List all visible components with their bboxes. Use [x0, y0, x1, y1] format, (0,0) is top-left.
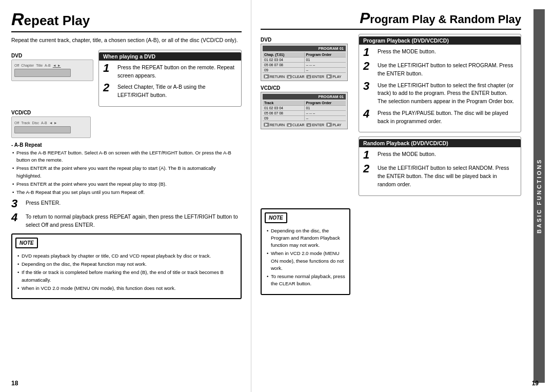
- vcd-footer-return: ▶RETURN: [264, 123, 285, 127]
- clear-btn-icon: ■: [287, 75, 292, 79]
- random-box-title: Random Playback (DVD/VCD/CD): [359, 139, 521, 147]
- footer-return: ▶RETURN: [264, 74, 285, 79]
- left-subtitle: Repeat the current track, chapter, title…: [11, 36, 242, 45]
- vcd-return-btn-icon: ▶: [264, 123, 269, 127]
- prog-step-3-text: Use the LEFT/RIGHT button to select the …: [378, 82, 517, 106]
- vcd-row2-col1: 05 06 07 08: [263, 111, 305, 115]
- vcd-row3-col2: --: [305, 116, 346, 121]
- right-note-area: NOTE Depending on the disc, the Program …: [261, 204, 521, 298]
- ab-repeat-label: - A-B Repeat: [11, 142, 242, 148]
- left-note-3: If the title or track is completed befor…: [17, 269, 236, 284]
- left-note-title: NOTE: [15, 238, 38, 248]
- rand-step-1: 1 Press the MODE button.: [363, 150, 517, 161]
- left-note-4: When in VCD 2.0 mode (MENU ON mode), thi…: [17, 285, 236, 292]
- right-title: Program Play & Random Play: [261, 9, 521, 30]
- left-page: Repeat Play Repeat the current track, ch…: [0, 0, 251, 392]
- left-note-1: DVD repeats playback by chapter or title…: [17, 252, 236, 260]
- prog-step-3-num: 3: [363, 81, 374, 92]
- program-steps-col: Program Playback (DVD/VCD/CD) 1 Press th…: [359, 34, 521, 200]
- vcd-enter-label: ENTER: [312, 123, 324, 127]
- step-4-text: To return to normal playback press REPEA…: [26, 213, 242, 229]
- enter-btn-icon: ●: [306, 75, 311, 79]
- step-3: 3 Press ENTER.: [11, 199, 242, 209]
- vcd-footer-enter: ●ENTER: [306, 123, 324, 127]
- prog-step-2-text: Use the LEFT/RIGHT button to select PROG…: [378, 62, 517, 78]
- random-box: Random Playback (DVD/VCD/CD) 1 Press the…: [359, 136, 521, 195]
- left-dvd-label: DVD: [11, 53, 93, 58]
- footer-enter: ●ENTER: [306, 74, 324, 79]
- vcd-clear-btn-icon: ■: [287, 123, 292, 127]
- dvd-col2-header: Program Order: [305, 52, 346, 57]
- ab-bullet-list: Press the A-B REPEAT button. Select A-B …: [11, 149, 242, 197]
- left-vcd-screen-text: OffTrackDiscA-B ◄ ►: [14, 121, 71, 133]
- rand-step-2: 2 Use the LEFT/RIGHT button to select RA…: [363, 164, 517, 188]
- title-rest-right: rogram Play & Random Play: [370, 13, 521, 26]
- vcd-footer-clear: ■CLEAR: [287, 123, 304, 127]
- footer-clear: ■CLEAR: [287, 74, 304, 79]
- rand-step-2-text: Use the LEFT/RIGHT button to select RAND…: [378, 164, 517, 188]
- when-dvd-box: When playing a DVD 1 Press the REPEAT bu…: [98, 50, 242, 107]
- step-2-text: Select Chapter, Title or A-B using the L…: [117, 83, 237, 100]
- dvd-prog-header: PROGRAM 01: [263, 46, 346, 51]
- rand-step-1-text: Press the MODE button.: [378, 150, 517, 159]
- ab-bullet-4: The A-B Repeat that you set plays until …: [12, 189, 242, 196]
- right-note-2: When in VCD 2.0 mode (MENU ON mode), the…: [267, 250, 345, 272]
- right-dvd-label: DVD: [261, 37, 350, 43]
- left-note-box: NOTE DVD repeats playback by chapter or …: [11, 233, 242, 299]
- left-page-num: 18: [11, 380, 18, 387]
- right-note-right-spacer: [359, 204, 521, 298]
- prog-step-4-num: 4: [363, 108, 374, 120]
- vcd-row2-col2: -- -- --: [305, 111, 346, 115]
- right-note-spacer: NOTE Depending on the disc, the Program …: [261, 204, 350, 298]
- dvd-prog-screen: PROGRAM 01 Chap. (T.01) Program Order 01…: [261, 44, 348, 81]
- vcd-row3-col1: 09: [263, 116, 305, 121]
- dvd-prog-col-headers: Chap. (T.01) Program Order: [263, 52, 346, 57]
- program-screens-col: DVD PROGRAM 01 Chap. (T.01) Program Orde…: [261, 34, 350, 200]
- dvd-prog-row1: 01 02 03 04 01: [263, 57, 346, 63]
- right-page-num: 19: [532, 380, 539, 387]
- dvd-row2-col1: 05 06 07 08: [263, 63, 305, 67]
- left-vcd-screen: OffTrackDiscA-B ◄ ►: [11, 116, 91, 138]
- prog-step-3: 3 Use the LEFT/RIGHT button to select th…: [363, 82, 517, 106]
- vcd-prog-col-headers: Track Program Order: [263, 101, 346, 106]
- prog-step-2-num: 2: [363, 61, 374, 72]
- step-2-num: 2: [103, 82, 114, 93]
- left-note-list: DVD repeats playback by chapter or title…: [16, 252, 236, 292]
- return-btn-icon: ▶: [264, 74, 269, 79]
- vcd-prog-screen: PROGRAM 01 Track Program Order 01 02 03 …: [261, 92, 348, 129]
- program-box-title: Program Playback (DVD/VCD/CD): [359, 36, 521, 45]
- dvd-prog-footer: ▶RETURN ■CLEAR ●ENTER ▶PLAY: [263, 74, 346, 79]
- prog-step-2: 2 Use the LEFT/RIGHT button to select PR…: [363, 62, 517, 78]
- vcd-clear-label: CLEAR: [292, 123, 304, 127]
- play-label: PLAY: [332, 75, 341, 79]
- prog-step-1-num: 1: [363, 47, 374, 58]
- left-vcd-label: VCD/CD: [11, 110, 242, 115]
- basic-functions-tab: BASIC FUNCTIONS: [533, 9, 545, 383]
- dvd-row2-col2: -- -- --: [305, 63, 346, 67]
- prog-step-1-text: Press the MODE button.: [378, 48, 517, 56]
- vcd-row1-col1: 01 02 03 04: [263, 106, 305, 110]
- vcd-col1-header: Track: [263, 101, 305, 105]
- ab-bullet-1: Press the A-B REPEAT button. Select A-B …: [12, 149, 242, 164]
- right-note-list: Depending on the disc, the Program and R…: [266, 227, 345, 288]
- rand-step-2-num: 2: [363, 163, 374, 174]
- vcd-prog-header: PROGRAM 01: [263, 94, 346, 100]
- right-note-3: To resume normal playback, press the CLE…: [267, 273, 345, 288]
- right-note-title: NOTE: [265, 212, 287, 223]
- vcd-prog-row2: 05 06 07 08 -- -- --: [263, 111, 346, 116]
- right-vcd-label: VCD/CD: [261, 85, 350, 91]
- when-dvd-title: When playing a DVD: [99, 52, 241, 61]
- step-3-text: Press ENTER.: [26, 199, 242, 207]
- left-note-2: Depending on the disc, the Repeat functi…: [17, 261, 236, 268]
- return-label: RETURN: [270, 75, 285, 79]
- play-btn-icon: ▶: [326, 74, 332, 79]
- left-title: Repeat Play: [11, 9, 242, 32]
- dvd-row1-col1: 01 02 03 04: [263, 57, 305, 62]
- step-3-num: 3: [11, 198, 23, 209]
- dvd-prog-row3: 09 --: [263, 68, 346, 73]
- prog-step-4-text: Press the PLAY/PAUSE button. The disc wi…: [378, 109, 517, 126]
- title-big-p: P: [360, 9, 370, 27]
- vcd-play-label: PLAY: [332, 123, 341, 127]
- step-4: 4 To return to normal playback press REP…: [11, 213, 242, 229]
- ab-bullet-2: Press ENTER at the point where you want …: [12, 165, 242, 180]
